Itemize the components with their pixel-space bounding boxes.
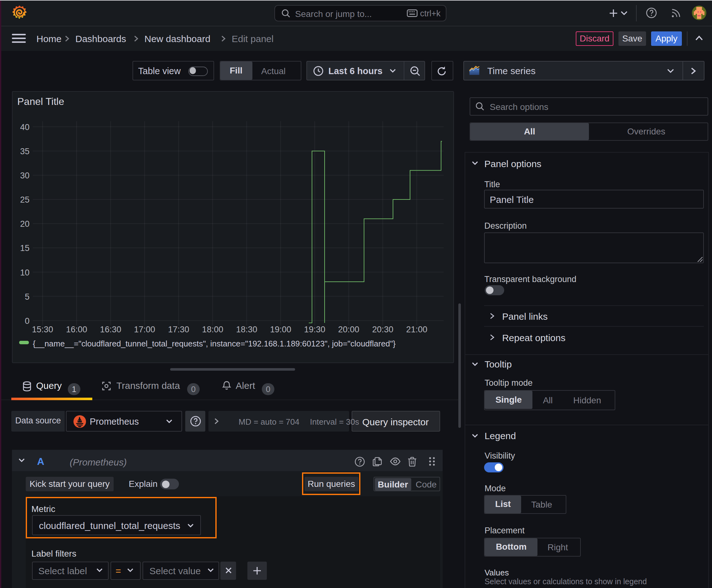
svg-text:10: 10 bbox=[20, 268, 29, 277]
svg-text:15:30: 15:30 bbox=[32, 325, 53, 334]
svg-text:40: 40 bbox=[20, 123, 29, 132]
svg-text:20: 20 bbox=[20, 219, 29, 229]
svg-text:20:00: 20:00 bbox=[338, 325, 359, 334]
svg-text:19:00: 19:00 bbox=[270, 325, 291, 334]
svg-text:{__name__="cloudflared_tunnel_: {__name__="cloudflared_tunnel_total_requ… bbox=[33, 339, 395, 348]
svg-text:16:30: 16:30 bbox=[100, 325, 121, 334]
svg-text:0: 0 bbox=[24, 316, 29, 326]
svg-text:18:30: 18:30 bbox=[236, 325, 257, 334]
svg-text:19:30: 19:30 bbox=[304, 325, 325, 334]
svg-text:21:00: 21:00 bbox=[406, 325, 427, 334]
svg-text:35: 35 bbox=[20, 147, 29, 156]
svg-text:30: 30 bbox=[20, 171, 29, 180]
svg-text:25: 25 bbox=[20, 195, 29, 205]
svg-text:16:00: 16:00 bbox=[66, 325, 87, 334]
svg-text:15: 15 bbox=[20, 244, 29, 253]
svg-text:20:30: 20:30 bbox=[372, 325, 393, 334]
svg-text:18:00: 18:00 bbox=[202, 325, 223, 334]
svg-text:17:00: 17:00 bbox=[134, 325, 155, 334]
svg-text:17:30: 17:30 bbox=[168, 325, 189, 334]
svg-text:5: 5 bbox=[24, 292, 29, 301]
